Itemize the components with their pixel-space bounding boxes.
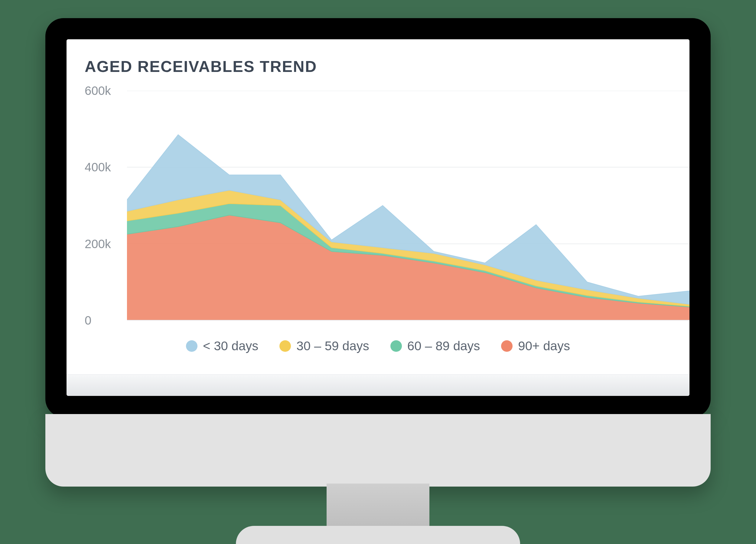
- panel-footer: [67, 374, 689, 396]
- legend-label: 60 – 89 days: [407, 339, 480, 353]
- report-panel: AGED RECEIVABLES TREND 0 200k 400k 600k …: [67, 39, 689, 396]
- chart-title: AGED RECEIVABLES TREND: [85, 57, 317, 76]
- monitor-stand-base: [236, 526, 520, 544]
- legend-item-90[interactable]: 90+ days: [501, 339, 570, 353]
- legend-label: < 30 days: [203, 339, 258, 353]
- legend-item-59[interactable]: 30 – 59 days: [279, 339, 369, 353]
- legend-swatch-icon: [186, 340, 197, 352]
- legend: < 30 days 30 – 59 days 60 – 89 days 90+ …: [67, 329, 689, 363]
- screen: AGED RECEIVABLES TREND 0 200k 400k 600k …: [67, 39, 689, 396]
- legend-item-30[interactable]: < 30 days: [186, 339, 258, 353]
- y-tick-600: 600k: [85, 84, 111, 98]
- chart-canvas: [127, 91, 689, 320]
- monitor-frame: AGED RECEIVABLES TREND 0 200k 400k 600k …: [45, 18, 711, 417]
- monitor-chin: [45, 414, 711, 487]
- legend-swatch-icon: [501, 340, 513, 352]
- legend-item-89[interactable]: 60 – 89 days: [390, 339, 480, 353]
- y-tick-400: 400k: [85, 161, 111, 174]
- y-tick-0: 0: [85, 314, 91, 327]
- y-tick-200: 200k: [85, 237, 111, 251]
- area-chart: 0 200k 400k 600k: [85, 91, 689, 320]
- legend-swatch-icon: [279, 340, 291, 352]
- legend-label: 90+ days: [518, 339, 570, 353]
- legend-label: 30 – 59 days: [296, 339, 369, 353]
- legend-swatch-icon: [390, 340, 402, 352]
